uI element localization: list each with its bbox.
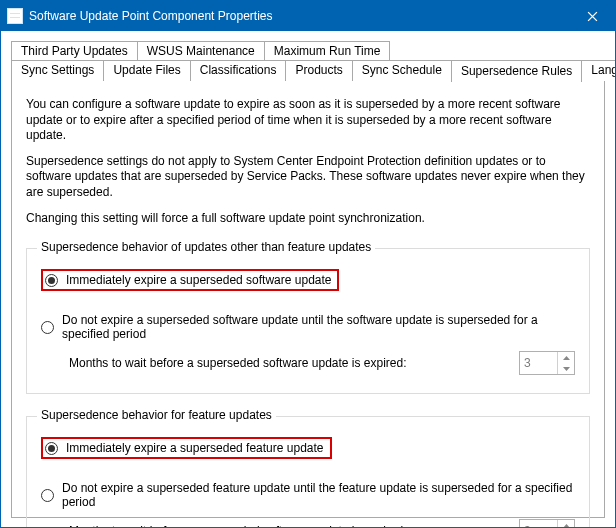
radio-wait-expire-software-label: Do not expire a superseded software upda… <box>62 313 575 341</box>
tab-sync-schedule[interactable]: Sync Schedule <box>352 60 452 81</box>
intro-paragraph-1: You can configure a software update to e… <box>26 97 590 144</box>
highlight-box-1: Immediately expire a superseded software… <box>41 269 339 291</box>
months-wait-spinner-software[interactable]: 3 <box>519 351 575 375</box>
months-wait-spinner-feature[interactable]: 3 <box>519 519 575 527</box>
months-wait-label-software: Months to wait before a superseded softw… <box>69 356 407 370</box>
radio-immediate-expire-feature-label: Immediately expire a superseded feature … <box>66 441 324 455</box>
tab-control: Third Party Updates WSUS Maintenance Max… <box>11 41 605 518</box>
client-area: Third Party Updates WSUS Maintenance Max… <box>1 31 615 527</box>
chevron-down-icon <box>563 367 570 371</box>
radio-wait-expire-feature[interactable] <box>41 489 54 502</box>
chevron-up-icon <box>563 356 570 360</box>
intro-paragraph-2: Supersedence settings do not apply to Sy… <box>26 154 590 201</box>
radio-immediate-expire-feature[interactable] <box>45 442 58 455</box>
spinner-buttons <box>557 520 574 527</box>
radio-wait-expire-software[interactable] <box>41 321 54 334</box>
window-title: Software Update Point Component Properti… <box>29 9 569 23</box>
tab-languages[interactable]: Languages <box>581 60 615 81</box>
close-button[interactable] <box>569 1 615 31</box>
tab-products[interactable]: Products <box>285 60 352 81</box>
tab-maximum-run-time[interactable]: Maximum Run Time <box>264 41 391 61</box>
spinner-down[interactable] <box>558 363 574 374</box>
months-wait-value-feature: 3 <box>520 520 557 527</box>
spinner-up[interactable] <box>558 352 574 363</box>
highlight-box-2: Immediately expire a superseded feature … <box>41 437 332 459</box>
group-non-feature-legend: Supersedence behavior of updates other t… <box>37 240 375 254</box>
months-wait-row-feature: Months to wait before a superseded softw… <box>69 519 575 527</box>
group-non-feature-updates: Supersedence behavior of updates other t… <box>26 248 590 394</box>
tab-row-1: Third Party Updates WSUS Maintenance Max… <box>11 41 605 61</box>
radio-immediate-expire-software[interactable] <box>45 274 58 287</box>
spinner-buttons <box>557 352 574 374</box>
radio-immediate-expire-software-label: Immediately expire a superseded software… <box>66 273 331 287</box>
tab-panel: You can configure a software update to e… <box>11 80 605 518</box>
group-feature-legend: Supersedence behavior for feature update… <box>37 408 276 422</box>
close-icon <box>587 11 598 22</box>
intro-paragraph-3: Changing this setting will force a full … <box>26 211 590 227</box>
tab-third-party-updates[interactable]: Third Party Updates <box>11 41 138 61</box>
titlebar: Software Update Point Component Properti… <box>1 1 615 31</box>
group-feature-updates: Supersedence behavior for feature update… <box>26 416 590 527</box>
months-wait-row-software: Months to wait before a superseded softw… <box>69 351 575 375</box>
chevron-up-icon <box>563 524 570 527</box>
spinner-up[interactable] <box>558 520 574 527</box>
tab-row-2: Sync Settings Update Files Classificatio… <box>11 60 605 81</box>
tab-wsus-maintenance[interactable]: WSUS Maintenance <box>137 41 265 61</box>
tab-supersedence-rules[interactable]: Supersedence Rules <box>451 60 582 82</box>
months-wait-value-software: 3 <box>520 352 557 374</box>
app-icon <box>7 8 23 24</box>
dialog-window: Software Update Point Component Properti… <box>0 0 616 528</box>
tab-sync-settings[interactable]: Sync Settings <box>11 60 104 81</box>
radio-wait-expire-feature-label: Do not expire a superseded feature updat… <box>62 481 575 509</box>
months-wait-label-feature: Months to wait before a superseded softw… <box>69 524 407 527</box>
tab-classifications[interactable]: Classifications <box>190 60 287 81</box>
tab-update-files[interactable]: Update Files <box>103 60 190 81</box>
